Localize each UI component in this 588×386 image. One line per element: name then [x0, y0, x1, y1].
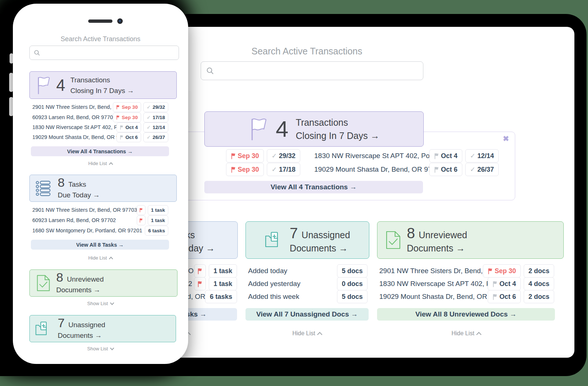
check-icon: ✓ [147, 114, 151, 120]
transaction-row[interactable]: 2901 NW Three Sisters Dr, Bend, O... Sep… [32, 102, 168, 112]
unreviewed-card-label: 8Unreviewed Documents → [56, 271, 104, 295]
unassigned-show-list-toggle[interactable]: Show List [78, 346, 122, 351]
checklist-progress: 12/14 [477, 152, 494, 160]
transaction-row[interactable]: 19029 Mount Shasta Dr, Bend, OR 977... O… [314, 163, 499, 176]
search-input-wrapper [29, 46, 179, 60]
transactions-hide-list-toggle[interactable]: Hide List [78, 161, 122, 166]
unreviewed-count: 8 [56, 270, 63, 284]
task-address: 2901 NW Three Sisters Dr, Bend, OR 97703 [32, 207, 137, 213]
chevron-up-icon [317, 332, 322, 337]
transaction-row[interactable]: 1830 NW Riverscape St APT 402, P... Oct … [32, 122, 168, 132]
doc-count: 2 docs [528, 267, 549, 275]
transaction-row[interactable]: 19029 Mount Shasta Dr, Bend, OR 9... Oct… [32, 132, 168, 142]
flag-icon [116, 115, 120, 120]
check-icon: ✓ [147, 104, 151, 110]
flag-icon [120, 125, 123, 130]
view-all-unassigned-button[interactable]: View All 7 Unassigned Docs → [245, 308, 369, 321]
unreviewed-doc-row[interactable]: 2901 NW Three Sisters Dr, Bend, O... Sep… [379, 265, 554, 277]
checklist-progress: 29/32 [279, 152, 295, 160]
flag-badge [137, 215, 146, 225]
view-all-transactions-button[interactable]: View All 4 Transactions → [204, 181, 423, 193]
doc-count: 4 docs [528, 280, 549, 288]
chevron-down-icon [110, 301, 114, 305]
closing-date: Sep 30 [122, 115, 138, 120]
unreviewed-doc-row[interactable]: 1830 NW Riverscape St APT 402, P... Oct … [379, 278, 554, 290]
flag-icon [197, 268, 202, 274]
chevron-up-icon [476, 332, 481, 337]
flag-badge [194, 277, 206, 290]
toggle-label: Show List [87, 346, 108, 351]
search-input[interactable] [218, 61, 418, 80]
unassigned-doc-row[interactable]: Added this week 5 docs [248, 290, 368, 303]
unreviewed-show-list-toggle[interactable]: Show List [78, 301, 122, 306]
unreviewed-docs-summary-card[interactable]: 8Unreviewed Documents → [29, 269, 178, 297]
transactions-count: 4 [276, 118, 288, 140]
card-label-line1: Transactions [70, 75, 134, 85]
tasks-hide-list-toggle[interactable]: Hide List [78, 255, 122, 261]
checklist-progress: 17/18 [279, 166, 295, 174]
flag-icon [492, 281, 498, 287]
card-label-line2: Documents → [290, 242, 350, 255]
task-count-badge: 6 tasks [205, 290, 237, 303]
transaction-row[interactable]: 60923 Larsen Rd, Bend, OR 97702 Sep 30 ✓… [32, 112, 168, 122]
flag-icon [434, 153, 439, 159]
closing-date-badge: Oct 6 [429, 163, 462, 176]
closing-date: Oct 4 [125, 125, 138, 130]
unreviewed-doc-row[interactable]: 19029 Mount Shasta Dr, Bend, OR 9... Oct… [379, 290, 554, 303]
page-title: Search Active Transactions [13, 35, 188, 43]
view-all-transactions-button[interactable]: View All 4 Transactions → [31, 146, 169, 156]
unassigned-card-label: 7Unassigned Documents → [58, 317, 105, 341]
doc-count: 5 docs [342, 267, 363, 275]
check-icon: ✓ [470, 152, 476, 160]
unassigned-doc-row[interactable]: Added yesterday 0 docs [248, 278, 368, 290]
unassigned-doc-row[interactable]: Added today 5 docs [248, 265, 368, 277]
check-icon: ✓ [147, 124, 151, 130]
unreviewed-docs-summary-card[interactable]: 8Unreviewed Documents → [377, 221, 564, 259]
tasks-summary-card[interactable]: 8Tasks Due Today → [29, 175, 177, 202]
close-icon[interactable]: ✖ [503, 134, 509, 143]
task-row[interactable]: 2901 NW Three Sisters Dr, Bend, OR 97703… [32, 205, 168, 215]
view-all-unreviewed-button[interactable]: View All 8 Unreviewed Docs → [377, 308, 555, 321]
transactions-summary-card[interactable]: 4 Transactions Closing In 7 Days → [204, 111, 424, 147]
task-count-badge: 6 tasks [145, 226, 168, 236]
task-count: 1 task [151, 218, 165, 223]
toggle-label: Hide List [88, 255, 107, 261]
doc-count-badge: 0 docs [337, 277, 368, 290]
doc-address: 2901 NW Three Sisters Dr, Bend, O... [379, 267, 483, 275]
checklist-progress-badge: ✓ 26/37 [143, 132, 168, 142]
folder-plus-icon [265, 231, 284, 249]
closing-date-badge: Oct 4 [429, 149, 462, 162]
doc-count-badge: 5 docs [337, 264, 368, 278]
view-all-tasks-button[interactable]: View All 8 Tasks → [31, 240, 169, 250]
closing-date: Sep 30 [238, 166, 259, 174]
transaction-row[interactable]: 1830 NW Riverscape St APT 402, Port... O… [314, 150, 499, 162]
task-address: 60923 Larsen Rd, Bend, OR 97702 [32, 217, 116, 223]
doc-group-label: Added today [248, 267, 287, 275]
doc-address: 1830 NW Riverscape St APT 402, P... [379, 280, 488, 288]
checklist-progress: 17/18 [153, 115, 165, 120]
closing-date: Sep 30 [238, 152, 259, 160]
page-title: Search Active Transactions [201, 46, 413, 57]
transactions-summary-card[interactable]: 4 Transactions Closing In 7 Days → [29, 71, 177, 99]
transaction-address: 1830 NW Riverscape St APT 402, Port... [314, 152, 429, 160]
document-check-icon [386, 230, 401, 250]
flag-icon [231, 167, 236, 173]
chevron-down-icon [110, 346, 114, 350]
card-label-line2: Documents → [56, 285, 104, 295]
task-row[interactable]: 1680 SW Montgomery Dr, Portland, OR 9720… [32, 226, 168, 235]
tasks-count: 8 [58, 175, 65, 189]
unassigned-hide-list-toggle[interactable]: Hide List [285, 330, 329, 337]
unassigned-docs-summary-card[interactable]: 7Unassigned Documents → [245, 221, 369, 259]
phone-speaker [88, 19, 112, 23]
toggle-label: Hide List [88, 161, 107, 166]
checklist-progress-badge: ✓ 29/32 [143, 102, 168, 112]
flag-icon [231, 153, 236, 159]
card-label-line1: Tasks [68, 181, 86, 188]
unreviewed-hide-list-toggle[interactable]: Hide List [444, 330, 488, 337]
task-row[interactable]: 60923 Larsen Rd, Bend, OR 97702 1 task [32, 215, 168, 225]
chevron-up-icon [109, 257, 113, 261]
unassigned-docs-summary-card[interactable]: 7Unassigned Documents → [29, 315, 176, 342]
closing-date-badge: Sep 30 [113, 112, 141, 122]
search-input[interactable] [43, 46, 175, 60]
search-icon [34, 50, 40, 56]
